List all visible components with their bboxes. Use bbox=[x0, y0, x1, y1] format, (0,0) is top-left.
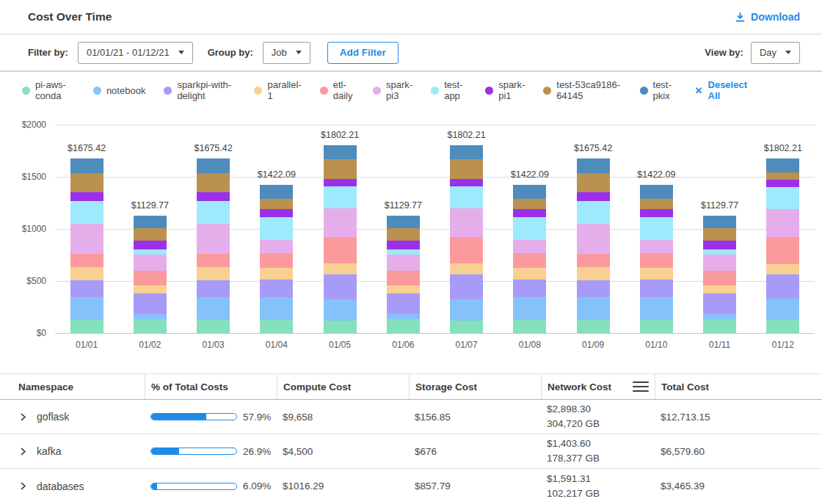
bar-segment[interactable] bbox=[134, 319, 167, 333]
bar-segment[interactable] bbox=[577, 297, 610, 320]
bar-segment[interactable] bbox=[134, 241, 167, 250]
column-header-storage[interactable]: Storage Cost bbox=[409, 374, 541, 399]
column-header-namespace[interactable]: Namespace bbox=[18, 374, 145, 399]
view-by-select[interactable]: Day bbox=[751, 42, 800, 64]
bar-segment[interactable] bbox=[260, 268, 293, 280]
bar-segment[interactable] bbox=[134, 293, 167, 314]
deselect-all-button[interactable]: ✕ Deselect All bbox=[695, 79, 747, 101]
legend-item[interactable]: spark-pi1 bbox=[485, 79, 525, 101]
bar-segment[interactable] bbox=[197, 192, 230, 202]
bar-segment[interactable] bbox=[766, 209, 799, 237]
bar-segment[interactable] bbox=[766, 299, 799, 321]
bar-segment[interactable] bbox=[703, 249, 736, 255]
legend-item[interactable]: notebook bbox=[93, 85, 146, 96]
table-row[interactable]: databases6.09%$1016.29$857.79$1,591.3110… bbox=[0, 469, 822, 503]
stacked-bar[interactable] bbox=[640, 185, 673, 333]
bar-segment[interactable] bbox=[640, 240, 673, 253]
group-by-select[interactable]: Job bbox=[263, 42, 310, 64]
bar-segment[interactable] bbox=[134, 255, 167, 270]
bar-segment[interactable] bbox=[260, 240, 293, 253]
table-row[interactable]: kafka26.9%$4,500$676$1,403.60178,377 GB$… bbox=[0, 434, 822, 469]
bar-segment[interactable] bbox=[703, 271, 736, 285]
bar-segment[interactable] bbox=[70, 254, 103, 267]
stacked-bar[interactable] bbox=[387, 216, 420, 333]
stacked-bar[interactable] bbox=[324, 145, 357, 333]
bar-segment[interactable] bbox=[260, 297, 293, 320]
chevron-right-icon[interactable] bbox=[18, 481, 28, 491]
bar-segment[interactable] bbox=[450, 159, 483, 179]
table-row[interactable]: goflask57.9%$9,658$156.85$2,898.30304,72… bbox=[0, 400, 822, 434]
bar-segment[interactable] bbox=[513, 320, 546, 333]
bar-segment[interactable] bbox=[387, 293, 420, 314]
bar-segment[interactable] bbox=[70, 280, 103, 297]
date-range-select[interactable]: 01/01/21 - 01/12/21 bbox=[78, 42, 193, 64]
bar-segment[interactable] bbox=[324, 263, 357, 274]
bar-segment[interactable] bbox=[197, 201, 230, 223]
bar-segment[interactable] bbox=[766, 320, 799, 333]
bar-segment[interactable] bbox=[577, 320, 610, 333]
column-header-percent[interactable]: % of Total Costs bbox=[145, 374, 277, 399]
bar-segment[interactable] bbox=[513, 253, 546, 268]
bar-segment[interactable] bbox=[766, 264, 799, 274]
bar-segment[interactable] bbox=[134, 249, 167, 255]
bar-segment[interactable] bbox=[260, 199, 293, 209]
bar-segment[interactable] bbox=[260, 253, 293, 268]
legend-item[interactable]: parallel-1 bbox=[254, 79, 301, 101]
bar-segment[interactable] bbox=[197, 267, 230, 280]
bar-segment[interactable] bbox=[70, 267, 103, 280]
bar-segment[interactable] bbox=[450, 186, 483, 208]
bar-segment[interactable] bbox=[766, 158, 799, 172]
bar-segment[interactable] bbox=[577, 254, 610, 267]
bar-segment[interactable] bbox=[513, 280, 546, 297]
bar-segment[interactable] bbox=[387, 249, 420, 255]
bar-segment[interactable] bbox=[703, 216, 736, 228]
add-filter-button[interactable]: Add Filter bbox=[327, 42, 399, 64]
bar-segment[interactable] bbox=[513, 209, 546, 217]
bar-segment[interactable] bbox=[640, 209, 673, 217]
bar-segment[interactable] bbox=[640, 320, 673, 333]
bar-segment[interactable] bbox=[70, 201, 103, 223]
bar-segment[interactable] bbox=[766, 180, 799, 187]
legend-item[interactable]: test-app bbox=[431, 79, 467, 101]
legend-item[interactable]: spark-pi3 bbox=[373, 79, 412, 101]
bar-segment[interactable] bbox=[577, 192, 610, 202]
bar-segment[interactable] bbox=[197, 254, 230, 267]
bar-segment[interactable] bbox=[387, 241, 420, 250]
bar-segment[interactable] bbox=[577, 224, 610, 254]
bar-segment[interactable] bbox=[260, 320, 293, 333]
bar-segment[interactable] bbox=[766, 274, 799, 299]
bar-segment[interactable] bbox=[640, 199, 673, 209]
bar-segment[interactable] bbox=[640, 185, 673, 199]
bar-segment[interactable] bbox=[197, 320, 230, 333]
bar-segment[interactable] bbox=[387, 319, 420, 333]
bar-segment[interactable] bbox=[387, 285, 420, 293]
bar-segment[interactable] bbox=[197, 280, 230, 297]
bar-segment[interactable] bbox=[260, 217, 293, 240]
bar-segment[interactable] bbox=[640, 253, 673, 268]
bar-segment[interactable] bbox=[387, 216, 420, 228]
bar-segment[interactable] bbox=[513, 297, 546, 320]
stacked-bar[interactable] bbox=[766, 158, 799, 333]
bar-segment[interactable] bbox=[640, 217, 673, 240]
bar-segment[interactable] bbox=[450, 179, 483, 186]
bar-segment[interactable] bbox=[450, 208, 483, 236]
bar-segment[interactable] bbox=[70, 224, 103, 254]
bar-segment[interactable] bbox=[70, 297, 103, 320]
bar-segment[interactable] bbox=[450, 321, 483, 333]
bar-segment[interactable] bbox=[703, 285, 736, 293]
bar-segment[interactable] bbox=[766, 237, 799, 264]
bar-segment[interactable] bbox=[703, 319, 736, 333]
column-header-total[interactable]: Total Cost bbox=[655, 374, 804, 399]
bar-segment[interactable] bbox=[134, 216, 167, 228]
bar-segment[interactable] bbox=[703, 228, 736, 241]
bar-segment[interactable] bbox=[513, 199, 546, 209]
stacked-bar[interactable] bbox=[70, 158, 103, 333]
bar-segment[interactable] bbox=[513, 268, 546, 280]
bar-segment[interactable] bbox=[450, 299, 483, 321]
bar-segment[interactable] bbox=[324, 145, 357, 158]
bar-segment[interactable] bbox=[260, 185, 293, 199]
bar-segment[interactable] bbox=[70, 158, 103, 173]
bar-segment[interactable] bbox=[577, 280, 610, 297]
bar-segment[interactable] bbox=[450, 145, 483, 158]
bar-segment[interactable] bbox=[324, 159, 357, 179]
